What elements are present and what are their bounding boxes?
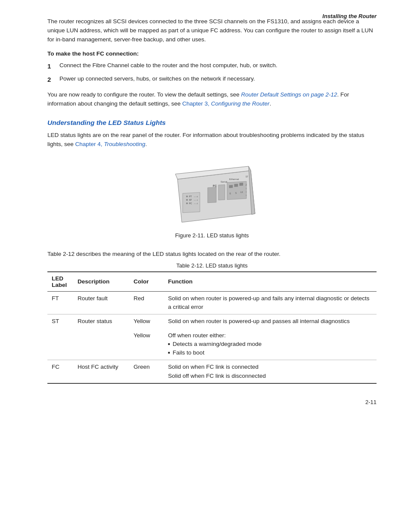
link-chapter4[interactable]: Chapter 4,: [75, 141, 103, 147]
table-caption: Table 2-12. LED status lights: [47, 262, 377, 269]
svg-text:○ ○ 2: ○ ○ 2: [194, 202, 198, 205]
link-configuring[interactable]: Configuring the Router: [211, 100, 270, 107]
section-heading: Understanding the LED Status Lights: [47, 119, 377, 127]
cell-color-st1: Yellow: [129, 314, 164, 329]
svg-point-6: [186, 202, 188, 204]
page-header: Installing the Router: [322, 13, 377, 19]
svg-rect-21: [234, 184, 238, 187]
svg-text:ST: ST: [189, 199, 192, 201]
section-body: LED status lights are on the rear panel …: [47, 131, 377, 149]
svg-point-5: [186, 199, 188, 201]
col-header-function: Function: [164, 272, 377, 292]
svg-text:FC: FC: [189, 202, 192, 205]
step-text-2: Power up connected servers, hubs, or swi…: [59, 75, 255, 84]
col-header-color: Color: [129, 272, 164, 292]
instruction-label: To make the host FC connection:: [47, 50, 377, 57]
cell-desc-fc: Host FC activity: [73, 360, 129, 383]
cell-color-st2: Yellow: [129, 329, 164, 360]
svg-text:○: ○: [246, 194, 247, 196]
cell-led-fc: FC: [47, 360, 73, 383]
svg-text:FT: FT: [189, 195, 192, 198]
cell-func-ft: Solid on when router is powered-up and f…: [164, 291, 377, 314]
bullet-item: Detects a warning/degraded mode: [168, 340, 372, 348]
figure-caption: Figure 2-11. LED status lights: [175, 232, 249, 239]
col-header-led: LEDLabel: [47, 272, 73, 292]
col-header-description: Description: [73, 272, 129, 292]
cell-func-st2: Off when router either: Detects a warnin…: [164, 329, 377, 360]
page-number: 2-11: [365, 399, 377, 405]
table-intro: Table 2-12 describes the meaning of the …: [47, 250, 377, 259]
svg-text:Serial: Serial: [221, 180, 227, 183]
page-container: Installing the Router The router recogni…: [0, 0, 411, 418]
table-row: Yellow Off when router either: Detects a…: [47, 329, 377, 360]
svg-point-4: [186, 196, 188, 197]
steps-list: 1 Connect the Fibre Channel cable to the…: [47, 61, 377, 85]
router-illustration: FT ST FC ○ ○ 0 ○ ○ 1 ○ ○ 2 FC Serial Eth…: [165, 158, 259, 227]
table-row: FT Router fault Red Solid on when router…: [47, 291, 377, 314]
step-text-1: Connect the Fibre Channel cable to the r…: [59, 61, 277, 70]
link-chapter3[interactable]: Chapter 3,: [182, 100, 209, 107]
svg-text:ST: ST: [246, 175, 248, 178]
follow-paragraph: You are now ready to configure the route…: [47, 90, 377, 109]
svg-rect-20: [229, 185, 233, 188]
step-number-2: 2: [47, 75, 59, 84]
figure-container: FT ST FC ○ ○ 0 ○ ○ 1 ○ ○ 2 FC Serial Eth…: [47, 158, 377, 246]
intro-paragraph: The router recognizes all SCSI devices c…: [47, 17, 377, 44]
svg-text:2: 2: [246, 184, 247, 186]
cell-desc-ft: Router fault: [73, 291, 129, 314]
table-row: ST Router status Yellow Solid on when ro…: [47, 314, 377, 329]
step-1: 1 Connect the Fibre Channel cable to the…: [47, 61, 377, 71]
bullet-item: Fails to boot: [168, 348, 372, 357]
bullet-list-st: Detects a warning/degraded mode Fails to…: [168, 340, 372, 358]
link-troubleshooting[interactable]: Troubleshooting: [104, 141, 145, 147]
svg-rect-18: [218, 185, 225, 200]
link-router-default[interactable]: Router Default Settings on page 2-12: [241, 91, 337, 98]
svg-text:LK: LK: [240, 191, 243, 193]
cell-func-st1: Solid on when router is powered-up and p…: [164, 314, 377, 329]
svg-text:○ ○ 1: ○ ○ 1: [194, 199, 198, 201]
svg-text:○: ○: [246, 187, 247, 190]
cell-desc-st-empty: [73, 329, 129, 360]
cell-func-fc: Solid on when FC link is connected Solid…: [164, 360, 377, 383]
cell-color-fc: Green: [129, 360, 164, 383]
svg-rect-17: [208, 187, 216, 203]
step-2: 2 Power up connected servers, hubs, or s…: [47, 75, 377, 84]
table-header-row: LEDLabel Description Color Function: [47, 272, 377, 292]
svg-rect-22: [240, 183, 243, 185]
header-title: Installing the Router: [322, 13, 377, 19]
svg-text:○: ○: [246, 190, 247, 193]
svg-text:Ethernet: Ethernet: [229, 178, 239, 180]
cell-led-ft: FT: [47, 291, 73, 314]
figure-image: FT ST FC ○ ○ 0 ○ ○ 1 ○ ○ 2 FC Serial Eth…: [165, 158, 259, 229]
led-table: LEDLabel Description Color Function FT R…: [47, 271, 377, 384]
cell-color-ft: Red: [129, 291, 164, 314]
cell-led-st: ST: [47, 314, 73, 329]
table-row: FC Host FC activity Green Solid on when …: [47, 360, 377, 383]
step-number-1: 1: [47, 61, 59, 71]
svg-text:FC: FC: [213, 184, 217, 187]
cell-desc-st: Router status: [73, 314, 129, 329]
svg-text:○ ○ 0: ○ ○ 0: [194, 196, 198, 198]
cell-led-st-empty: [47, 329, 73, 360]
